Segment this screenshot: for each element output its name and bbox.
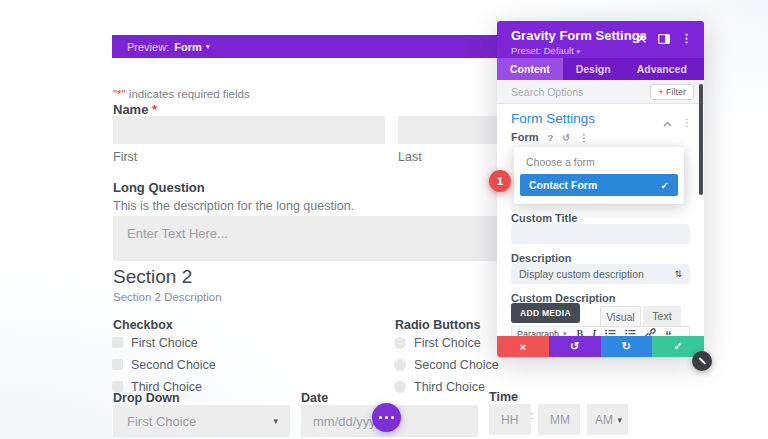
chevron-down-icon: ▾ [617, 415, 622, 425]
check-icon: ✓ [661, 180, 669, 191]
editor-tab-text[interactable]: Text [643, 306, 681, 326]
time-separator: : [530, 409, 533, 421]
form-option-row: Form ? ↺ ⋮ [511, 131, 589, 143]
form-dropdown-menu: Choose a form Contact Form ✓ [514, 147, 684, 204]
reset-icon[interactable]: ↺ [562, 132, 570, 143]
first-name-sublabel: First [113, 150, 137, 164]
form-option-label: Form [511, 131, 539, 143]
more-options-icon[interactable]: ⋮ [681, 32, 692, 45]
description-label: Description [511, 252, 572, 264]
chevron-down-icon: ▾ [273, 416, 278, 426]
panel-scrollbar[interactable] [699, 84, 703, 195]
radio-options: First Choice Second Choice Third Choice [394, 336, 499, 393]
name-required-mark: * [152, 102, 157, 117]
dropdown-option-selected[interactable]: Contact Form ✓ [520, 174, 678, 196]
chevron-down-icon: ▾ [576, 48, 580, 55]
panel-tabs: Content Design Advanced [497, 58, 704, 80]
checkbox-option[interactable]: Second Choice [112, 358, 216, 371]
custom-title-input[interactable] [511, 224, 690, 244]
checkbox-options: First Choice Second Choice Third Choice [112, 336, 216, 393]
name-field-label: Name * [113, 102, 157, 117]
description-select[interactable]: Display custom description ⇅ [511, 264, 690, 284]
ellipsis-icon [385, 416, 389, 420]
radio-option[interactable]: Third Choice [394, 380, 499, 393]
required-note-text: indicates required fields [126, 88, 250, 100]
radio-icon[interactable] [394, 359, 406, 371]
section-description: Section 2 Description [113, 291, 222, 303]
section-options-icon[interactable]: ⋮ [682, 117, 692, 128]
preset-dropdown[interactable]: Preset: Default ▾ [511, 45, 692, 56]
undo-button[interactable]: ↺ [549, 336, 601, 357]
option-menu-icon[interactable]: ⋮ [579, 132, 589, 143]
section-title: Section 2 [113, 266, 192, 288]
first-name-input[interactable] [113, 116, 385, 144]
time-hour-input[interactable] [489, 404, 531, 435]
preview-mode-dropdown[interactable]: Form [174, 41, 202, 53]
search-input[interactable] [511, 86, 650, 98]
radio-icon[interactable] [394, 381, 406, 393]
filter-button[interactable]: + Filter [650, 84, 694, 100]
panel-header[interactable]: Gravity Form Settings Preset: Default ▾ … [497, 21, 704, 58]
panel-action-bar: × ↺ ↻ ✓ [497, 336, 704, 357]
panel-resize-handle[interactable] [692, 351, 712, 371]
preview-label: Preview: [127, 41, 169, 53]
description-selected-value: Display custom description [519, 268, 644, 280]
form-settings-section-title: Form Settings [511, 111, 595, 126]
time-field-label: Time [489, 390, 518, 404]
checkbox-icon[interactable] [112, 359, 123, 370]
checkbox-icon[interactable] [112, 337, 123, 348]
checkbox-option-label: Second Choice [131, 358, 216, 372]
meridiem-value: AM [595, 413, 613, 427]
dock-icon[interactable] [658, 34, 670, 44]
custom-title-label: Custom Title [511, 212, 577, 224]
step-marker-badge: 1 [489, 170, 511, 192]
dropdown-select[interactable]: First Choice ▾ [113, 405, 290, 437]
divi-builder-screen: Preview: Form ▾ "*" indicates required f… [0, 0, 768, 439]
radio-option[interactable]: Second Choice [394, 358, 499, 371]
radio-option-label: Second Choice [414, 358, 499, 372]
selected-form-name: Contact Form [529, 179, 597, 191]
tab-content[interactable]: Content [497, 58, 563, 80]
name-label-text: Name [113, 102, 148, 117]
ellipsis-icon [391, 416, 395, 420]
radio-option[interactable]: First Choice [394, 336, 499, 349]
checkbox-field-label: Checkbox [113, 318, 173, 332]
module-settings-button[interactable] [372, 403, 401, 432]
tab-design[interactable]: Design [563, 58, 624, 80]
gravity-form-settings-panel: Gravity Form Settings Preset: Default ▾ … [497, 21, 704, 357]
checkbox-option[interactable]: First Choice [112, 336, 216, 349]
add-media-button[interactable]: ADD MEDIA [511, 303, 580, 323]
checkbox-option-label: First Choice [131, 336, 198, 350]
radio-option-label: Third Choice [414, 380, 485, 394]
resize-line-icon [698, 357, 705, 364]
discard-button[interactable]: × [497, 336, 549, 357]
dropdown-option-choose[interactable]: Choose a form [514, 153, 684, 174]
radio-option-label: First Choice [414, 336, 481, 350]
redo-button[interactable]: ↻ [601, 336, 653, 357]
search-row: + Filter [497, 80, 704, 104]
required-mark: "*" [113, 88, 126, 100]
tab-advanced[interactable]: Advanced [624, 58, 700, 80]
long-question-description: This is the description for the long que… [113, 199, 354, 213]
dropdown-selected-value: First Choice [127, 414, 196, 429]
preview-bar: Preview: Form ▾ [112, 35, 497, 58]
editor-tab-visual[interactable]: Visual [600, 306, 641, 326]
last-name-sublabel: Last [398, 150, 422, 164]
radio-field-label: Radio Buttons [395, 318, 480, 332]
ellipsis-icon [379, 416, 383, 420]
select-stepper-icon: ⇅ [674, 269, 682, 279]
help-icon[interactable]: ? [548, 132, 554, 143]
time-minute-input[interactable] [538, 404, 580, 435]
time-meridiem-select[interactable]: AM ▾ [587, 404, 628, 435]
dropdown-field-label: Drop Down [113, 391, 180, 405]
radio-icon[interactable] [394, 337, 406, 349]
required-fields-note: "*" indicates required fields [113, 88, 250, 100]
preset-label: Preset: Default [511, 45, 574, 56]
long-question-label: Long Question [113, 180, 205, 195]
expand-icon[interactable] [636, 33, 647, 44]
chevron-down-icon: ▾ [206, 42, 210, 51]
date-field-label: Date [301, 391, 328, 405]
collapse-icon[interactable] [663, 113, 672, 131]
